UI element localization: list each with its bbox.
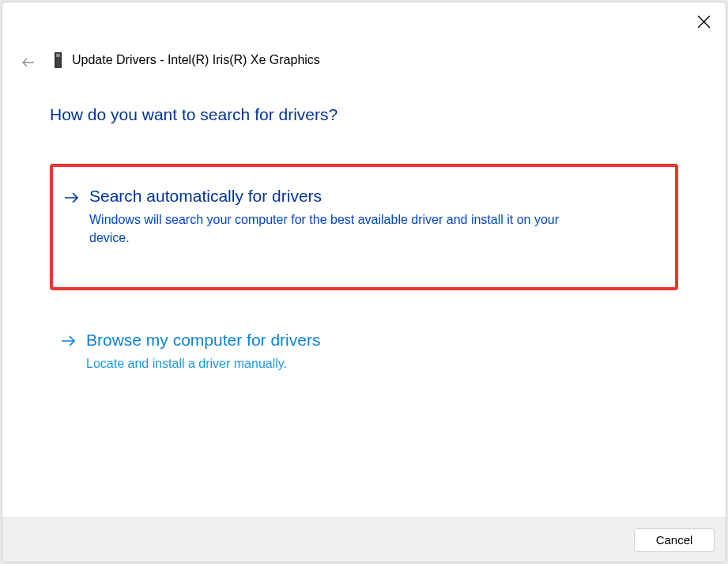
option-browse-computer[interactable]: Browse my computer for drivers Locate an… [50,316,678,392]
arrow-right-icon [64,186,80,206]
page-heading: How do you want to search for drivers? [50,105,678,124]
arrow-right-icon [61,330,77,350]
option-title: Search automatically for drivers [89,186,664,206]
option-title: Browse my computer for drivers [86,330,667,350]
option-description: Locate and install a driver manually. [86,354,576,373]
option-search-automatically[interactable]: Search automatically for drivers Windows… [50,164,678,290]
cancel-button[interactable]: Cancel [634,528,715,552]
option-body: Browse my computer for drivers Locate an… [86,330,667,373]
dialog-footer: Cancel [2,517,726,562]
cancel-button-label: Cancel [656,533,693,547]
option-description: Windows will search your computer for th… [89,210,579,247]
update-drivers-dialog: Update Drivers - Intel(R) Iris(R) Xe Gra… [2,2,726,562]
close-icon [697,15,711,28]
option-body: Search automatically for drivers Windows… [89,186,664,248]
close-button[interactable] [696,13,711,29]
dialog-title: Update Drivers - Intel(R) Iris(R) Xe Gra… [72,53,320,67]
back-button[interactable] [21,55,36,70]
device-tower-icon [51,51,64,69]
dialog-content: How do you want to search for drivers? S… [50,105,678,392]
arrow-left-icon [22,56,35,69]
options-list: Search automatically for drivers Windows… [50,164,678,392]
dialog-title-row: Update Drivers - Intel(R) Iris(R) Xe Gra… [51,51,320,69]
